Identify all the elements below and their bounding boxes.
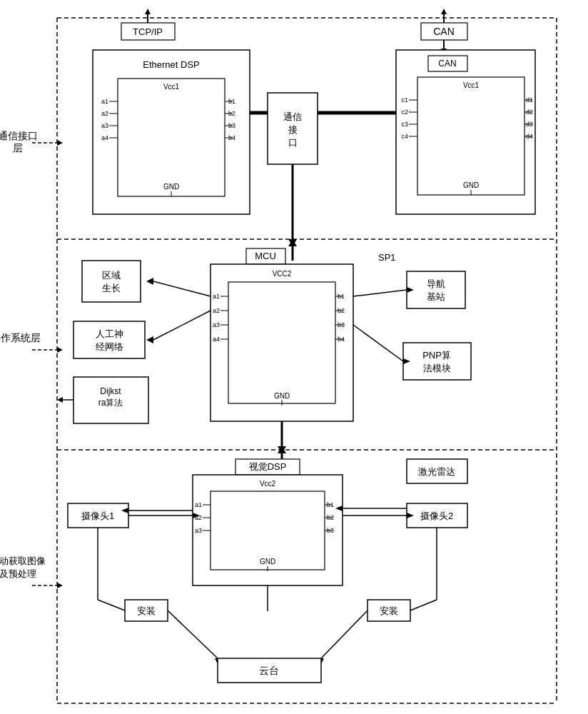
svg-line-101 [153,311,211,340]
svg-text:a3: a3 [195,527,202,534]
svg-text:Vcc2: Vcc2 [260,480,276,488]
svg-marker-102 [146,336,153,343]
svg-text:a1: a1 [195,501,202,508]
svg-text:a1: a1 [213,293,220,300]
lidar-label: 激光雷达 [418,466,455,477]
svg-marker-98 [146,278,153,285]
svg-line-113 [353,325,403,361]
svg-text:c4: c4 [401,133,408,140]
svg-text:VCC2: VCC2 [273,270,292,278]
svg-text:ra算法: ra算法 [98,398,123,408]
can-top-label: CAN [433,26,455,37]
svg-text:层: 层 [13,142,23,154]
svg-text:GND: GND [260,558,275,565]
comm-interface-label: 通信 [283,111,302,122]
svg-text:GND: GND [463,181,479,189]
svg-text:c2: c2 [401,109,408,116]
svg-text:及预处理: 及预处理 [0,568,36,579]
svg-line-97 [153,281,211,296]
svg-text:a3: a3 [101,122,108,129]
svg-text:GND: GND [274,392,290,400]
nav-station-label: 导航 [427,278,445,289]
svg-text:Vcc1: Vcc1 [163,83,180,91]
tcp-ip-label: TCP/IP [133,26,163,37]
svg-text:接: 接 [288,124,298,135]
svg-line-157 [410,600,437,610]
zone-growth-label: 区域 [102,270,121,281]
svg-text:a4: a4 [213,336,220,343]
svg-marker-19 [441,9,447,14]
svg-text:生长: 生长 [102,283,121,293]
install1-label: 安装 [137,605,156,616]
svg-text:c3: c3 [401,121,408,128]
svg-rect-107 [407,271,465,308]
svg-text:口: 口 [288,137,298,148]
camera2-label: 摄像头2 [420,511,453,521]
svg-line-152 [98,600,125,610]
svg-text:a2: a2 [213,307,220,314]
svg-line-154 [321,610,368,658]
layer-comm-label: 通信接口 [0,130,38,141]
svg-rect-95 [82,261,141,302]
svg-text:经网络: 经网络 [96,341,123,352]
vision-dsp-label: 视觉DSP [249,461,287,472]
svg-text:a4: a4 [101,134,108,141]
svg-rect-111 [403,343,471,380]
svg-marker-106 [57,397,63,403]
ann-label: 人工神 [96,328,123,339]
svg-marker-13 [57,583,63,588]
svg-text:a1: a1 [101,98,108,105]
diagram-container: 通信接口 层 操作系统层 自动获取图像 及预处理 TCP/IP CAN [0,0,588,714]
svg-text:a3: a3 [213,321,220,328]
ethernet-dsp-label: Ethernet DSP [143,59,200,70]
svg-marker-16 [145,9,151,14]
layer-os-label: 操作系统层 [0,332,41,343]
layer-img-label: 自动获取图像 [0,555,46,566]
svg-rect-45 [417,77,524,195]
svg-line-149 [168,610,218,658]
svg-text:c1: c1 [401,96,408,104]
svg-text:基站: 基站 [427,291,445,302]
pnp-label: PNP算 [422,350,451,361]
can-chip-label: CAN [438,59,456,69]
svg-line-109 [353,290,407,296]
sp1-label: SP1 [378,252,396,263]
svg-rect-76 [228,282,335,403]
svg-text:GND: GND [163,183,179,191]
svg-text:Vcc1: Vcc1 [463,81,480,89]
svg-text:a2: a2 [101,110,108,117]
dijkstra-label: Dijkst [100,386,121,396]
svg-marker-8 [57,140,63,146]
platform-label: 云台 [259,665,279,676]
mcu-label: MCU [255,251,276,261]
install2-label: 安装 [380,605,398,616]
svg-marker-10 [57,347,63,353]
camera1-label: 摄像头1 [81,511,114,521]
svg-text:法模块: 法模块 [423,363,451,373]
svg-rect-99 [74,321,145,358]
svg-rect-23 [118,79,225,196]
